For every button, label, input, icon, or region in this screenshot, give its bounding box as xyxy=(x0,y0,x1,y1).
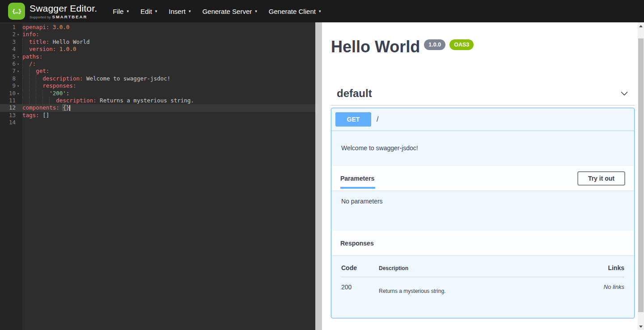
line-number: 6 xyxy=(12,60,16,68)
token-pln: Hello World xyxy=(49,38,89,45)
menu-label: File xyxy=(113,8,123,15)
gutter-line: 7▾ xyxy=(0,68,22,75)
column-header-description: Description xyxy=(379,265,571,271)
token-key: description: xyxy=(56,97,96,104)
fold-icon[interactable]: ▾ xyxy=(16,60,21,68)
line-number: 7 xyxy=(12,68,16,75)
column-header-links: Links xyxy=(571,264,624,271)
code-line[interactable]: info: xyxy=(22,31,315,38)
menu-file[interactable]: File ▾ xyxy=(107,8,135,15)
code-line[interactable]: title: Hello World xyxy=(22,38,315,46)
indent-guide xyxy=(36,75,36,82)
scroll-up-button[interactable] xyxy=(638,22,644,30)
try-it-out-button[interactable]: Try it out xyxy=(577,171,625,186)
opblock-summary[interactable]: GET / xyxy=(331,108,634,131)
code-editor[interactable]: 12▾345▾6▾7▾89▾10▾11121314 openapi: 3.0.0… xyxy=(0,22,315,330)
token-pln xyxy=(22,38,29,45)
pane-splitter[interactable] xyxy=(315,22,322,330)
indent-guide xyxy=(49,97,50,104)
token-key: get: xyxy=(36,68,49,74)
editor-code-area[interactable]: openapi: 3.0.0info: title: Hello World v… xyxy=(22,24,315,330)
token-pln: Returns a mysterious string. xyxy=(97,97,194,104)
api-oas3-badge: OAS3 xyxy=(449,39,474,50)
gutter-line: 12 xyxy=(0,104,22,111)
line-number: 1 xyxy=(12,24,16,31)
code-line[interactable]: get: xyxy=(22,68,315,75)
triangle-down-icon xyxy=(639,326,643,328)
token-pln: [] xyxy=(42,112,49,118)
token-pln xyxy=(22,46,29,52)
menu-insert[interactable]: Insert ▾ xyxy=(163,8,196,15)
fold-icon[interactable]: ▾ xyxy=(16,53,21,60)
code-line[interactable]: version: 1.0.0 xyxy=(22,46,315,53)
triangle-up-icon xyxy=(639,25,643,27)
token-pln: : xyxy=(66,90,70,97)
parameters-tab[interactable]: Parameters xyxy=(340,175,374,182)
smartbear-brand: SMARTBEAR xyxy=(52,14,88,19)
gutter-line: 1 xyxy=(0,24,22,31)
indent-guide xyxy=(22,46,23,53)
line-number: 2 xyxy=(12,31,16,38)
token-pln xyxy=(22,60,29,67)
code-line[interactable] xyxy=(22,119,315,126)
chevron-down-icon[interactable] xyxy=(620,89,629,98)
gutter-line: 5▾ xyxy=(0,53,22,60)
line-number: 3 xyxy=(12,38,16,46)
tag-section-default: default GET / Welcome to swagger-jsdoc! … xyxy=(331,87,635,318)
menu-label: Edit xyxy=(140,8,152,15)
code-line[interactable]: openapi: 3.0.0 xyxy=(22,24,315,31)
method-badge: GET xyxy=(335,112,371,127)
menu-generate-client[interactable]: Generate Client ▾ xyxy=(263,8,327,15)
indent-guide xyxy=(22,60,23,68)
indent-guide xyxy=(29,97,30,104)
scrollbar-track[interactable] xyxy=(638,22,644,330)
scrollbar-thumb[interactable] xyxy=(638,38,644,312)
menu-generate-server[interactable]: Generate Server ▾ xyxy=(196,8,263,15)
token-key: tags: xyxy=(22,112,39,118)
code-line[interactable]: '200': xyxy=(22,90,315,97)
indent-guide xyxy=(22,97,23,104)
token-key: info: xyxy=(22,31,39,38)
scroll-down-button[interactable] xyxy=(638,323,644,330)
indent-guide xyxy=(42,97,43,104)
tag-section-header[interactable]: default xyxy=(331,87,635,106)
tag-section-title: default xyxy=(337,87,372,100)
api-info-header: Hello World 1.0.0 OAS3 xyxy=(331,38,635,56)
menu-label: Generate Server xyxy=(202,8,252,15)
line-number: 11 xyxy=(9,97,16,104)
code-line[interactable]: /: xyxy=(22,60,315,68)
responses-header: Responses xyxy=(331,231,634,255)
parameters-body: No parameters xyxy=(331,190,634,231)
indent-guide xyxy=(29,90,30,97)
code-line[interactable]: responses: xyxy=(22,82,315,89)
indent-guide xyxy=(42,90,43,97)
api-version-badge: 1.0.0 xyxy=(424,39,445,50)
supported-by-text: Supported by xyxy=(30,15,51,19)
menu-edit[interactable]: Edit ▾ xyxy=(135,8,163,15)
caret-down-icon: ▾ xyxy=(255,9,257,13)
fold-icon[interactable]: ▾ xyxy=(16,68,21,75)
topbar-menu: File ▾ Edit ▾ Insert ▾ Generate Server ▾… xyxy=(107,8,326,15)
operation-path: / xyxy=(377,115,378,123)
editor-gutter: 12▾345▾6▾7▾89▾10▾11121314 xyxy=(0,24,22,330)
code-line[interactable]: tags: [] xyxy=(22,112,315,119)
fold-icon[interactable]: ▾ xyxy=(16,90,21,97)
gutter-line: 3 xyxy=(0,38,22,46)
menu-label: Insert xyxy=(169,8,186,15)
code-line[interactable]: description: Returns a mysterious string… xyxy=(22,97,315,104)
responses-table: Code Description Links 200 Returns a mys… xyxy=(341,264,624,307)
logo-title: Swagger Editor. xyxy=(30,4,97,13)
gutter-line: 4 xyxy=(0,46,22,53)
token-pln xyxy=(49,24,53,30)
gutter-line: 9▾ xyxy=(0,82,22,89)
code-line[interactable]: components: {} xyxy=(22,104,315,111)
fold-icon[interactable]: ▾ xyxy=(16,82,21,89)
fold-icon[interactable]: ▾ xyxy=(16,31,21,38)
swagger-editor-logo[interactable]: {…} Swagger Editor. Supported bySMARTBEA… xyxy=(8,3,97,20)
parameters-header: Parameters Try it out xyxy=(331,166,634,190)
column-header-code: Code xyxy=(341,264,379,271)
code-line[interactable]: paths: xyxy=(22,53,315,60)
code-line[interactable]: description: Welcome to swagger-jsdoc! xyxy=(22,75,315,82)
responses-title: Responses xyxy=(340,240,374,247)
token-pln xyxy=(22,97,56,104)
